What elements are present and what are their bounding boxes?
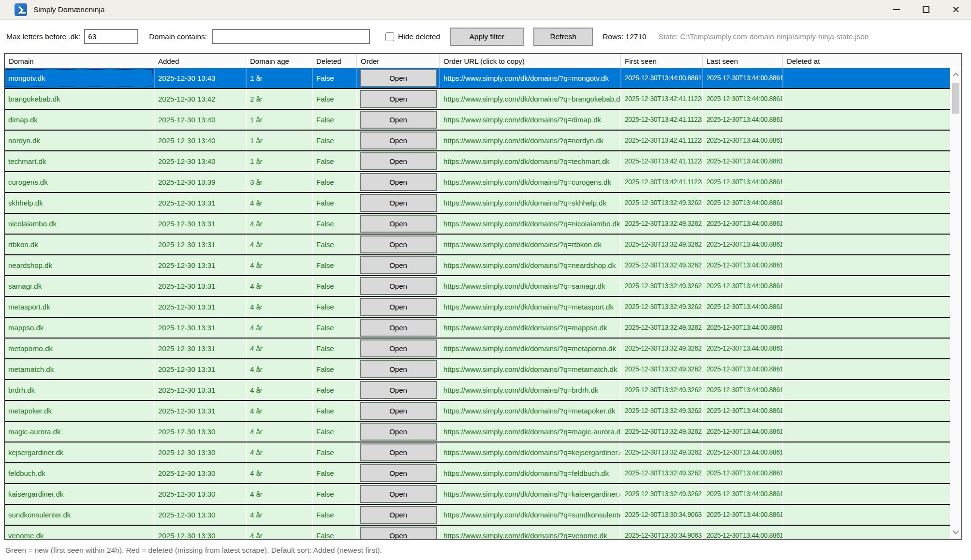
open-order-button[interactable]: Open [360,339,437,357]
table-row[interactable]: magic-aurora.dk 2025-12-30 13:30 4 år Fa… [5,422,950,442]
table-row[interactable]: mongotv.dk 2025-12-30 13:43 1 år False O… [5,68,950,89]
cell-order-url[interactable]: https://www.simply.com/dk/domains/?q=sun… [439,505,620,525]
cell-domain[interactable]: samagr.dk [5,276,154,296]
cell-order-url[interactable]: https://www.simply.com/dk/domains/?q=skh… [439,193,620,213]
maximize-button[interactable] [911,0,941,19]
cell-order-url[interactable]: https://www.simply.com/dk/domains/?q=met… [439,297,620,317]
cell-domain[interactable]: rtbkon.dk [5,235,154,254]
cell-order-url[interactable]: https://www.simply.com/dk/domains/?q=bra… [439,89,620,109]
cell-order-url[interactable]: https://www.simply.com/dk/domains/?q=map… [439,318,620,338]
table-row[interactable]: curogens.dk 2025-12-30 13:39 3 år False … [5,172,950,193]
cell-domain[interactable]: dimap.dk [5,110,154,130]
cell-order-url[interactable]: https://www.simply.com/dk/domains/?q=kej… [439,442,620,462]
cell-domain[interactable]: skhhelp.dk [5,193,154,213]
cell-order-url[interactable]: https://www.simply.com/dk/domains/?q=tec… [439,151,620,171]
cell-order-url[interactable]: https://www.simply.com/dk/domains/?q=nor… [439,131,620,150]
max-letters-input[interactable] [84,29,138,44]
cell-domain[interactable]: nordyn.dk [5,131,154,150]
table-row[interactable]: techmart.dk 2025-12-30 13:40 1 år False … [5,151,950,172]
open-order-button[interactable]: Open [360,527,437,539]
cell-domain[interactable]: brdrh.dk [5,380,154,400]
open-order-button[interactable]: Open [360,194,437,212]
cell-order-url[interactable]: https://www.simply.com/dk/domains/?q=mag… [439,422,620,442]
apply-filter-button[interactable]: Apply filter [450,28,524,46]
cell-domain[interactable]: magic-aurora.dk [5,422,154,442]
cell-domain[interactable]: curogens.dk [5,172,154,192]
cell-domain[interactable]: venome.dk [5,526,154,539]
cell-order-url[interactable]: https://www.simply.com/dk/domains/?q=met… [439,339,620,358]
column-header-added[interactable]: Added [154,54,246,68]
open-order-button[interactable]: Open [360,485,437,503]
scrollbar-thumb[interactable] [952,83,959,114]
cell-order-url[interactable]: https://www.simply.com/dk/domains/?q=nea… [439,255,620,275]
cell-order-url[interactable]: https://www.simply.com/dk/domains/?q=mon… [439,68,620,88]
cell-domain[interactable]: feldbuch.dk [5,463,154,483]
table-row[interactable]: brdrh.dk 2025-12-30 13:31 4 år False Ope… [5,380,950,401]
cell-order-url[interactable]: https://www.simply.com/dk/domains/?q=sam… [439,276,620,296]
table-row[interactable]: rtbkon.dk 2025-12-30 13:31 4 år False Op… [5,235,950,255]
table-row[interactable]: metasport.dk 2025-12-30 13:31 4 år False… [5,297,950,318]
open-order-button[interactable]: Open [360,506,437,524]
table-row[interactable]: venome.dk 2025-12-30 13:30 4 år False Op… [5,526,950,539]
open-order-button[interactable]: Open [360,381,437,399]
column-header-first-seen[interactable]: First seen [620,54,702,68]
column-header-order-url[interactable]: Order URL (click to copy) [439,54,620,68]
cell-domain[interactable]: neardshop.dk [5,255,154,275]
cell-domain[interactable]: metamatch.dk [5,359,154,379]
cell-order-url[interactable]: https://www.simply.com/dk/domains/?q=brd… [439,380,620,400]
refresh-button[interactable]: Refresh [533,28,593,46]
cell-domain[interactable]: techmart.dk [5,151,154,171]
open-order-button[interactable]: Open [360,277,437,295]
cell-order-url[interactable]: https://www.simply.com/dk/domains/?q=rtb… [439,235,620,254]
open-order-button[interactable]: Open [360,464,437,482]
table-row[interactable]: metapoker.dk 2025-12-30 13:31 4 år False… [5,401,950,422]
cell-domain[interactable]: mongotv.dk [5,68,154,88]
cell-order-url[interactable]: https://www.simply.com/dk/domains/?q=kai… [439,484,620,504]
cell-domain[interactable]: kejsergardiner.dk [5,442,154,462]
cell-domain[interactable]: brangokebab.dk [5,89,154,109]
column-header-last-seen[interactable]: Last seen [702,54,782,68]
cell-domain[interactable]: sundkonsulenter.dk [5,505,154,525]
open-order-button[interactable]: Open [360,402,437,420]
scrollbar-down-button[interactable] [950,526,961,539]
open-order-button[interactable]: Open [360,111,437,129]
cell-domain[interactable]: kaisergardiner.dk [5,484,154,504]
column-header-deleted[interactable]: Deleted [312,54,356,68]
cell-order-url[interactable]: https://www.simply.com/dk/domains/?q=dim… [439,110,620,130]
table-row[interactable]: dimap.dk 2025-12-30 13:40 1 år False Ope… [5,110,950,131]
cell-order-url[interactable]: https://www.simply.com/dk/domains/?q=ven… [439,526,620,539]
scrollbar-up-button[interactable] [950,68,961,81]
open-order-button[interactable]: Open [360,90,437,108]
cell-domain[interactable]: mappso.dk [5,318,154,338]
open-order-button[interactable]: Open [360,298,437,316]
open-order-button[interactable]: Open [360,319,437,337]
open-order-button[interactable]: Open [360,215,437,233]
cell-order-url[interactable]: https://www.simply.com/dk/domains/?q=met… [439,401,620,421]
cell-order-url[interactable]: https://www.simply.com/dk/domains/?q=fel… [439,463,620,483]
cell-domain[interactable]: metapoker.dk [5,401,154,421]
table-row[interactable]: skhhelp.dk 2025-12-30 13:31 4 år False O… [5,193,950,214]
table-row[interactable]: nicolaiambo.dk 2025-12-30 13:31 4 år Fal… [5,214,950,235]
table-row[interactable]: feldbuch.dk 2025-12-30 13:30 4 år False … [5,463,950,484]
cell-order-url[interactable]: https://www.simply.com/dk/domains/?q=nic… [439,214,620,234]
column-header-deleted-at[interactable]: Deleted at [782,54,961,68]
close-button[interactable]: ✕ [941,0,971,19]
table-row[interactable]: samagr.dk 2025-12-30 13:31 4 år False Op… [5,276,950,297]
domain-contains-input[interactable] [212,29,370,44]
vertical-scrollbar[interactable] [950,68,961,539]
open-order-button[interactable]: Open [360,423,437,441]
table-row[interactable]: metamatch.dk 2025-12-30 13:31 4 år False… [5,359,950,380]
open-order-button[interactable]: Open [360,132,437,149]
table-row[interactable]: neardshop.dk 2025-12-30 13:31 4 år False… [5,255,950,276]
open-order-button[interactable]: Open [360,256,437,274]
hide-deleted-checkbox[interactable] [385,32,394,41]
table-row[interactable]: sundkonsulenter.dk 2025-12-30 13:30 4 år… [5,505,950,526]
open-order-button[interactable]: Open [360,360,437,378]
cell-domain[interactable]: metasport.dk [5,297,154,317]
column-header-order[interactable]: Order [356,54,439,68]
column-header-domain-age[interactable]: Domain age [246,54,312,68]
open-order-button[interactable]: Open [360,443,437,461]
table-row[interactable]: kejsergardiner.dk 2025-12-30 13:30 4 år … [5,442,950,463]
table-row[interactable]: kaisergardiner.dk 2025-12-30 13:30 4 år … [5,484,950,505]
table-row[interactable]: metaporno.dk 2025-12-30 13:31 4 år False… [5,339,950,359]
